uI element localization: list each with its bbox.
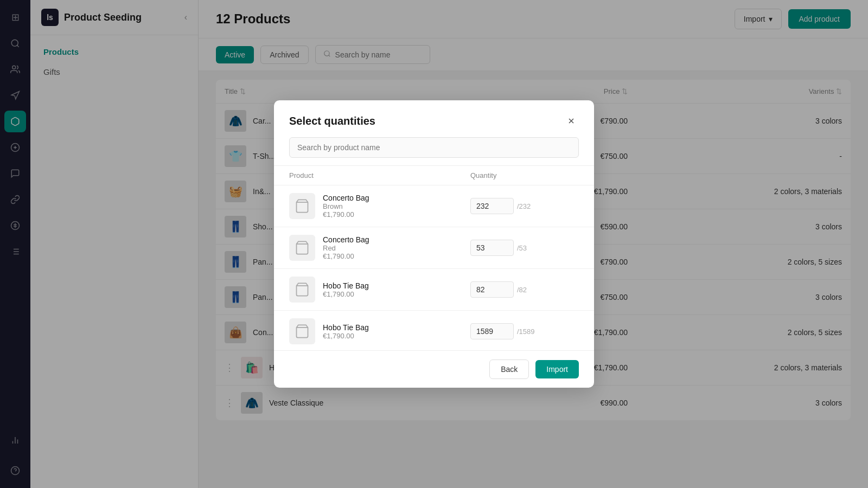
product-details: Concerto Bag Brown €1,790.00 [323,194,369,219]
product-price: €1,790.00 [323,290,369,298]
quantity-wrap: /232 [470,198,579,214]
product-thumbnail [289,318,315,344]
product-sub: Brown [323,202,369,210]
modal-search-input[interactable] [289,137,579,158]
product-thumbnail [289,193,315,219]
product-details: Hobo Tie Bag €1,790.00 [323,323,369,340]
qty-input[interactable] [470,240,514,256]
product-sub: Red [323,244,369,252]
product-details: Concerto Bag Red €1,790.00 [323,235,369,260]
product-price: €1,790.00 [323,252,369,260]
qty-input[interactable] [470,281,514,298]
modal-table-header: Product Quantity [274,166,594,185]
modal-header: Select quantities [274,100,594,137]
modal-title: Select quantities [289,115,375,127]
product-name: Concerto Bag [323,194,369,202]
quantity-wrap: /82 [470,281,579,298]
modal-product-row: Hobo Tie Bag €1,790.00 /82 [274,269,594,311]
product-info: Hobo Tie Bag €1,790.00 [289,277,470,303]
qty-max: /82 [517,286,527,294]
close-modal-button[interactable] [564,113,579,129]
back-button[interactable]: Back [489,359,529,379]
import-modal-button[interactable]: Import [535,360,579,378]
product-price: €1,790.00 [323,210,369,219]
quantity-wrap: /1589 [470,323,579,339]
product-name: Concerto Bag [323,235,369,244]
modal-footer: Back Import [274,350,594,388]
qty-max: /232 [517,202,531,210]
modal-search-area [274,137,594,165]
col-quantity-label: Quantity [470,171,579,179]
modal-body: Product Quantity Concerto Bag Brown €1,7… [274,165,594,350]
product-info: Concerto Bag Brown €1,790.00 [289,193,470,219]
quantity-wrap: /53 [470,240,579,256]
product-details: Hobo Tie Bag €1,790.00 [323,281,369,298]
qty-input[interactable] [470,323,514,339]
product-thumbnail [289,235,315,261]
select-quantities-modal: Select quantities Product Quantity Con [274,100,594,388]
modal-product-row: Hobo Tie Bag €1,790.00 /1589 [274,311,594,350]
product-thumbnail [289,277,315,303]
modal-product-row: Concerto Bag Red €1,790.00 /53 [274,227,594,269]
modal-product-row: Concerto Bag Brown €1,790.00 /232 [274,185,594,227]
modal-overlay: Select quantities Product Quantity Con [0,0,868,488]
product-price: €1,790.00 [323,332,369,340]
product-info: Hobo Tie Bag €1,790.00 [289,318,470,344]
qty-max: /1589 [517,328,535,336]
qty-max: /53 [517,244,527,252]
qty-input[interactable] [470,198,514,214]
col-product-label: Product [289,171,470,179]
product-name: Hobo Tie Bag [323,281,369,290]
product-info: Concerto Bag Red €1,790.00 [289,235,470,261]
product-name: Hobo Tie Bag [323,323,369,332]
